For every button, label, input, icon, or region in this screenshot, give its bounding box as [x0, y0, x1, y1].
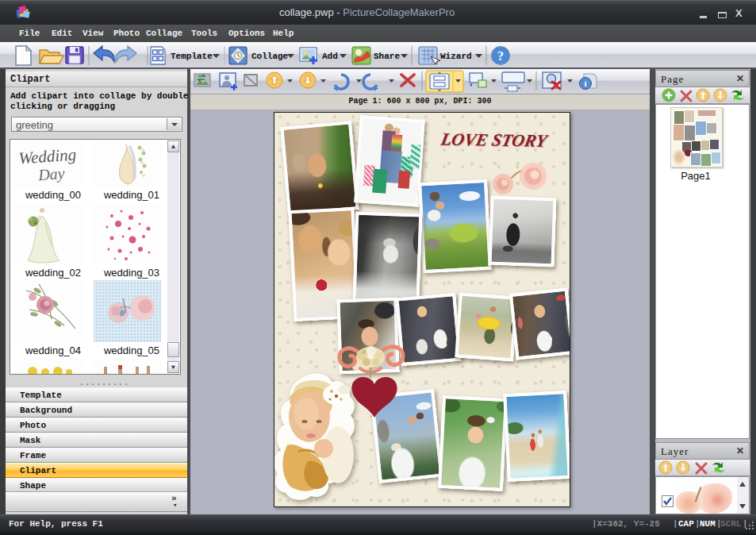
svg-text:?: ? — [497, 49, 504, 63]
svg-text:Day: Day — [36, 164, 65, 184]
svg-text:Wedding: Wedding — [18, 144, 77, 167]
svg-text:i: i — [584, 79, 586, 88]
